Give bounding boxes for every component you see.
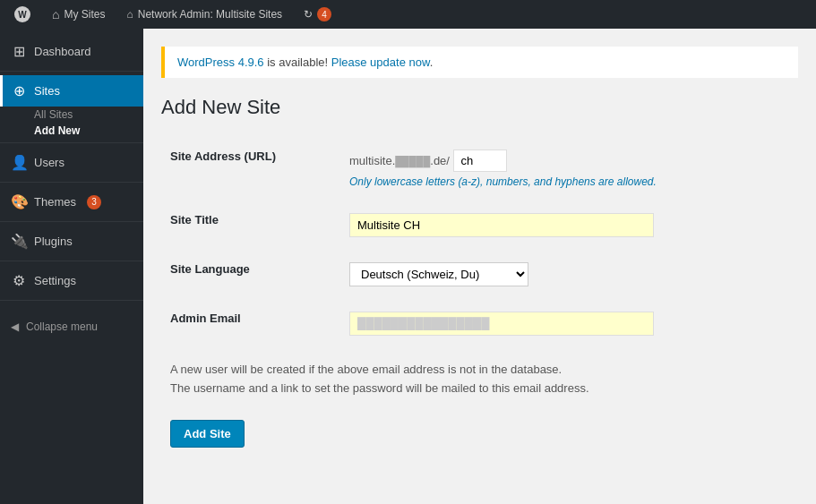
sidebar-sub-add-new[interactable]: Add New: [0, 123, 143, 139]
settings-icon: ⚙: [11, 272, 27, 289]
add-new-label: Add New: [34, 124, 80, 137]
info-text-block: A new user will be created if the above …: [170, 361, 708, 398]
site-address-row: Site Address (URL) multisite.█████.de/ O…: [161, 137, 798, 201]
users-icon: 👤: [11, 154, 27, 171]
collapse-menu-label: Collapse menu: [26, 320, 98, 333]
separator-1: [0, 71, 143, 72]
url-blurred: █████: [395, 156, 430, 167]
sidebar-label-themes: Themes: [34, 195, 76, 209]
themes-badge: 3: [87, 195, 101, 209]
url-prefix: multisite.█████.de/: [349, 154, 450, 167]
my-sites-icon: ⌂: [52, 7, 59, 21]
info-line-1: A new user will be created if the above …: [170, 361, 708, 380]
sidebar-label-sites: Sites: [34, 84, 60, 98]
sidebar-item-plugins[interactable]: 🔌 Plugins: [0, 226, 143, 257]
sidebar: ⊞ Dashboard ⊕ Sites All Sites Add New 👤 …: [0, 29, 143, 504]
plugins-icon: 🔌: [11, 233, 27, 250]
sidebar-label-plugins: Plugins: [34, 235, 73, 248]
admin-email-input[interactable]: [349, 312, 654, 336]
network-admin-label: Network Admin: Multisite Sites: [138, 8, 282, 21]
site-address-input[interactable]: [453, 149, 507, 172]
sidebar-label-users: Users: [34, 156, 64, 169]
dashboard-icon: ⊞: [11, 43, 27, 60]
info-line-2: The username and a link to set the passw…: [170, 380, 708, 398]
site-language-select[interactable]: Deutsch (Schweiz, Du): [349, 262, 528, 286]
updates-item[interactable]: ↻ 4: [298, 0, 337, 29]
notice-period: .: [430, 56, 434, 69]
main-content: WordPress 4.9.6 is available! Please upd…: [143, 29, 816, 504]
sites-icon: ⊕: [11, 82, 27, 99]
sidebar-item-themes[interactable]: 🎨 Themes 3: [0, 186, 143, 218]
admin-email-row: Admin Email: [161, 299, 798, 348]
site-language-row: Site Language Deutsch (Schweiz, Du): [161, 250, 798, 299]
url-hint: Only lowercase letters (a-z), numbers, a…: [349, 175, 789, 188]
site-address-label: Site Address (URL): [161, 137, 340, 201]
wp-icon: W: [14, 6, 30, 22]
separator-5: [0, 261, 143, 261]
update-notice: WordPress 4.9.6 is available! Please upd…: [161, 47, 798, 78]
site-address-field: multisite.█████.de/ Only lowercase lette…: [340, 137, 798, 201]
notice-is-available: is available!: [264, 56, 331, 69]
updates-circle-icon: ↻: [304, 8, 313, 21]
wp-logo-item[interactable]: W: [9, 0, 36, 29]
separator-3: [0, 182, 143, 183]
sidebar-item-settings[interactable]: ⚙ Settings: [0, 265, 143, 296]
my-sites-label: My Sites: [64, 8, 105, 21]
sidebar-item-dashboard[interactable]: ⊞ Dashboard: [0, 36, 143, 67]
sidebar-sub-all-sites[interactable]: All Sites: [0, 107, 143, 123]
sidebar-item-users[interactable]: 👤 Users: [0, 147, 143, 178]
sidebar-section-main: ⊞ Dashboard ⊕ Sites All Sites Add New 👤 …: [0, 29, 143, 312]
collapse-menu-item[interactable]: ◀ Collapse menu: [0, 312, 143, 342]
url-prefix-text: multisite.: [349, 154, 395, 167]
add-site-form: Site Address (URL) multisite.█████.de/ O…: [161, 137, 798, 348]
notice-version-link[interactable]: WordPress 4.9.6: [177, 56, 264, 69]
add-site-button[interactable]: Add Site: [170, 420, 245, 448]
network-admin-icon: ⌂: [126, 8, 133, 21]
all-sites-label: All Sites: [34, 108, 73, 121]
network-admin-item[interactable]: ⌂ Network Admin: Multisite Sites: [121, 0, 288, 29]
site-language-field: Deutsch (Schweiz, Du): [340, 250, 798, 299]
admin-bar: W ⌂ My Sites ⌂ Network Admin: Multisite …: [0, 0, 816, 29]
notice-text: WordPress 4.9.6 is available! Please upd…: [177, 56, 433, 69]
separator-2: [0, 142, 143, 143]
site-title-row: Site Title: [161, 201, 798, 250]
site-title-field: [340, 201, 798, 250]
themes-icon: 🎨: [11, 193, 27, 210]
page-title: Add New Site: [161, 96, 798, 119]
sidebar-item-sites[interactable]: ⊕ Sites: [0, 75, 143, 107]
updates-badge: 4: [317, 7, 331, 21]
layout: ⊞ Dashboard ⊕ Sites All Sites Add New 👤 …: [0, 29, 816, 504]
collapse-icon: ◀: [11, 320, 19, 333]
admin-email-label: Admin Email: [161, 299, 340, 348]
sidebar-label-settings: Settings: [34, 274, 76, 287]
my-sites-item[interactable]: ⌂ My Sites: [47, 0, 110, 29]
site-language-label: Site Language: [161, 250, 340, 299]
separator-6: [0, 300, 143, 301]
site-title-label: Site Title: [161, 201, 340, 250]
url-middle-text: .de/: [430, 154, 450, 167]
admin-email-field: [340, 299, 798, 348]
site-title-input[interactable]: [349, 213, 654, 237]
separator-4: [0, 221, 143, 222]
notice-update-link[interactable]: Please update now: [331, 56, 430, 69]
sidebar-label-dashboard: Dashboard: [34, 45, 91, 58]
